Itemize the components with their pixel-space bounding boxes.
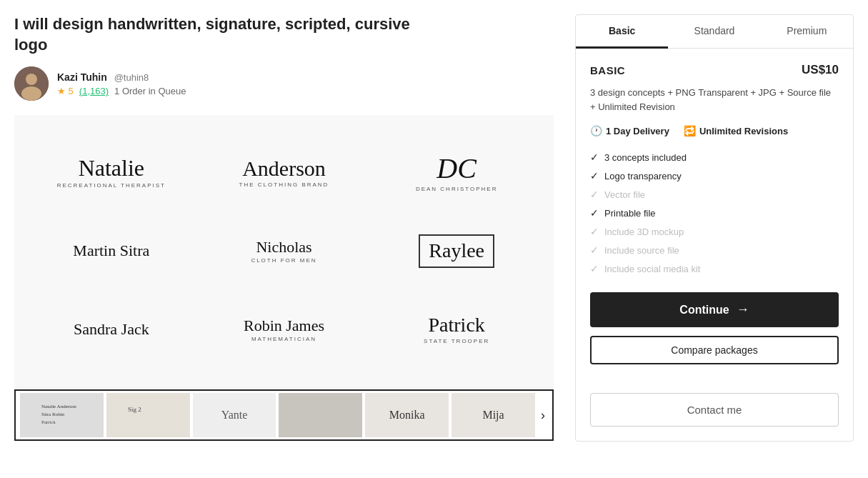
check-icon-social: ✓ [590,263,599,274]
package-header: BASIC US$10 [590,63,839,77]
rating-count[interactable]: (1,163) [79,86,109,96]
tabs-row: Basic Standard Premium [576,15,853,49]
compare-packages-button[interactable]: Compare packages [590,336,839,364]
svg-text:Sig 2: Sig 2 [128,406,141,413]
delivery-row: 🕐 1 Day Delivery 🔁 Unlimited Revisions [590,125,839,136]
thumb-2[interactable]: Sig 2 [106,393,190,437]
seller-row: Kazi Tuhin @tuhin8 ★ 5 (1,163) 1 Order i… [14,66,554,101]
check-icon-source: ✓ [590,244,599,256]
seller-meta: ★ 5 (1,163) 1 Order in Queue [57,86,186,96]
feature-3d-mockup: ✓ Include 3D mockup [590,222,839,241]
sig-raylee: Raylee [374,215,539,287]
feature-vector: ✓ Vector file [590,185,839,204]
package-description: 3 design concepts + PNG Transparent + JP… [590,86,839,114]
sig-anderson: Anderson THE CLOTHING BRAND [201,136,367,208]
thumb-1[interactable]: Natalie AndersonSitra RobinPatrick [20,393,104,437]
star-rating: ★ 5 [57,86,74,96]
package-body: BASIC US$10 3 design concepts + PNG Tran… [576,49,853,393]
seller-name: Kazi Tuhin [57,71,107,83]
feature-source-file: ✓ Include source file [590,241,839,259]
tab-basic[interactable]: Basic [576,15,668,49]
check-icon-printable: ✓ [590,207,599,219]
check-icon-concepts: ✓ [590,151,599,163]
thumb-5[interactable]: Monika [365,393,449,437]
thumbnail-strip: Natalie AndersonSitra RobinPatrick Sig 2… [14,389,554,441]
feature-concepts: ✓ 3 concepts included [590,148,839,166]
svg-text:Natalie Anderson: Natalie Anderson [41,404,76,409]
signature-grid: Natalie RECREATIONAL THERAPIST Anderson … [14,122,554,379]
continue-arrow-icon: → [737,302,749,317]
sig-natalie: Natalie RECREATIONAL THERAPIST [29,136,194,208]
delivery-time: 🕐 1 Day Delivery [590,125,669,136]
avatar [14,66,49,101]
check-icon-transparency: ✓ [590,170,599,181]
sig-martin: Martin Sitra [29,215,194,287]
package-price: US$10 [802,63,839,77]
package-name: BASIC [590,64,625,76]
svg-point-1 [26,74,37,85]
orders-queue: 1 Order in Queue [114,86,186,96]
contact-section: Contact me [576,393,853,441]
feature-social-media: ✓ Include social media kit [590,259,839,278]
thumb-3[interactable]: Yante [193,393,276,437]
delivery-revisions: 🔁 Unlimited Revisions [684,125,788,136]
sig-sandra: Sandra Jack [29,294,194,365]
main-image-area: Natalie RECREATIONAL THERAPIST Anderson … [14,115,554,441]
thumbnail-next-arrow[interactable]: › [538,408,548,423]
clock-icon: 🕐 [590,125,602,136]
features-list: ✓ 3 concepts included ✓ Logo transparenc… [590,148,839,278]
sig-patrick: Patrick STATE TROOPER [374,294,539,365]
tab-standard[interactable]: Standard [668,15,760,49]
package-panel: Basic Standard Premium BASIC US$10 3 des… [575,14,854,442]
tab-premium[interactable]: Premium [761,15,853,49]
thumb-4[interactable] [279,393,362,437]
thumb-6[interactable]: Mija [452,393,535,437]
seller-info: Kazi Tuhin @tuhin8 ★ 5 (1,163) 1 Order i… [57,71,186,96]
seller-handle: @tuhin8 [114,72,149,83]
svg-text:Patrick: Patrick [41,419,56,425]
svg-point-2 [21,86,41,101]
sig-dc: DC DEAN CHRISTOPHER [374,136,539,208]
sig-nicholas: Nicholas CLOTH FOR MEN [201,215,367,287]
sig-robin: Robin James MATHEMATICIAN [201,294,367,365]
feature-printable: ✓ Printable file [590,204,839,222]
page-title: I will design handwritten, signature, sc… [14,14,429,55]
check-icon-vector: ✓ [590,189,599,200]
continue-button[interactable]: Continue → [590,292,839,327]
main-image: Natalie RECREATIONAL THERAPIST Anderson … [14,115,554,387]
check-icon-3d: ✓ [590,226,599,237]
feature-transparency: ✓ Logo transparency [590,166,839,185]
svg-text:Sitra Robin: Sitra Robin [41,412,65,417]
revisions-icon: 🔁 [684,125,696,136]
contact-me-button[interactable]: Contact me [590,393,839,427]
